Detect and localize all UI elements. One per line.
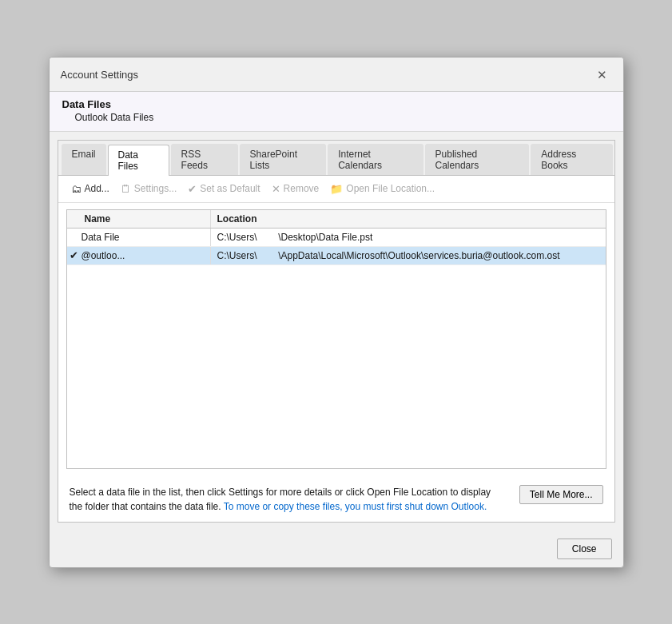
info-section: Select a data file in the list, then cli… <box>58 475 614 522</box>
row-location-1: C:\Users\ \Desktop\Data File.pst <box>211 229 606 246</box>
row-location-2: C:\Users\ \AppData\Local\Microsoft\Outlo… <box>211 247 606 264</box>
header-name: Name <box>67 210 211 228</box>
data-files-table: Name Location Data File C:\Users\ \Deskt… <box>66 209 606 469</box>
row-name-1: Data File <box>82 229 211 246</box>
open-location-label: Open File Location... <box>346 183 435 194</box>
tab-sharepoint-lists[interactable]: SharePoint Lists <box>240 144 327 175</box>
dialog-title: Account Settings <box>61 69 139 81</box>
row-name-2: @outloo... <box>82 247 211 264</box>
remove-label: Remove <box>284 183 320 194</box>
add-button[interactable]: 🗂 Add... <box>66 181 114 197</box>
tell-me-more-button[interactable]: Tell Me More... <box>519 485 603 504</box>
table-row[interactable]: ✔ @outloo... C:\Users\ \AppData\Local\Mi… <box>67 247 606 265</box>
tab-rss-feeds[interactable]: RSS Feeds <box>171 144 238 175</box>
tab-published-calendars[interactable]: Published Calendars <box>425 144 530 175</box>
tabs-bar: Email Data Files RSS Feeds SharePoint Li… <box>58 141 614 176</box>
check-icon: ✔ <box>188 183 197 195</box>
remove-icon: ✕ <box>272 183 280 195</box>
row-check-2: ✔ <box>67 249 82 261</box>
title-close-button[interactable]: ✕ <box>593 66 612 85</box>
close-button[interactable]: Close <box>557 539 612 559</box>
settings-icon: 🗒 <box>121 183 131 195</box>
settings-label: Settings... <box>134 183 177 194</box>
header-location: Location <box>211 210 606 228</box>
table-header: Name Location <box>67 210 606 229</box>
open-file-location-button[interactable]: 📁 Open File Location... <box>325 181 439 197</box>
tab-internet-calendars[interactable]: Internet Calendars <box>328 144 423 175</box>
breadcrumb-title: Data Files <box>62 98 610 110</box>
tab-data-files[interactable]: Data Files <box>108 145 169 176</box>
bottom-bar: Close <box>50 531 623 567</box>
breadcrumb-section: Data Files Outlook Data Files <box>50 92 623 132</box>
tab-address-books[interactable]: Address Books <box>531 144 612 175</box>
add-icon: 🗂 <box>71 183 82 195</box>
settings-button[interactable]: 🗒 Settings... <box>116 181 181 197</box>
main-area: Email Data Files RSS Feeds SharePoint Li… <box>58 140 615 523</box>
tab-email[interactable]: Email <box>62 144 106 175</box>
info-text: Select a data file in the list, then cli… <box>70 485 507 514</box>
folder-icon: 📁 <box>330 183 343 195</box>
add-label: Add... <box>85 183 109 194</box>
breadcrumb-subtitle: Outlook Data Files <box>62 112 610 123</box>
title-bar: Account Settings ✕ <box>50 58 623 92</box>
account-settings-dialog: Account Settings ✕ Data Files Outlook Da… <box>49 57 624 568</box>
remove-button[interactable]: ✕ Remove <box>267 181 324 197</box>
table-row[interactable]: Data File C:\Users\ \Desktop\Data File.p… <box>67 229 606 247</box>
set-default-button[interactable]: ✔ Set as Default <box>183 181 264 197</box>
info-link: To move or copy these files, you must fi… <box>224 501 487 512</box>
set-default-label: Set as Default <box>200 183 260 194</box>
toolbar: 🗂 Add... 🗒 Settings... ✔ Set as Default … <box>58 176 614 203</box>
